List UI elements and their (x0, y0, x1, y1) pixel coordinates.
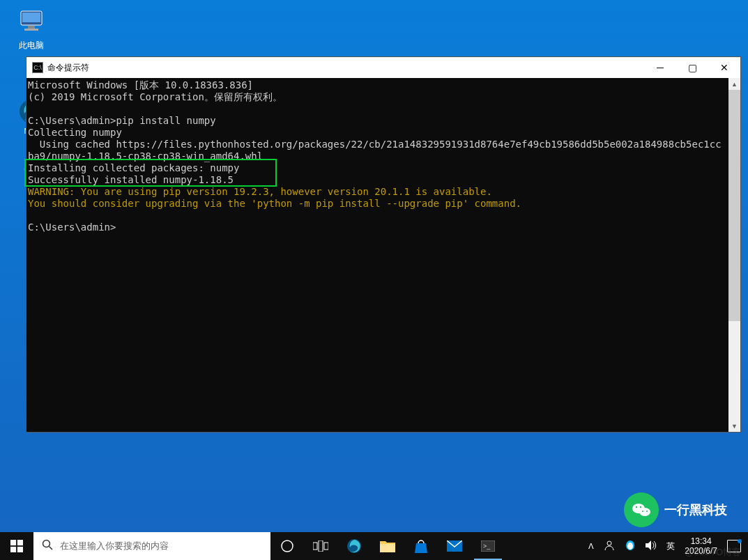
search-input[interactable]: 在这里输入你要搜索的内容 (33, 532, 270, 560)
svg-rect-15 (324, 543, 328, 550)
cmd-icon: C:\ (32, 62, 43, 73)
task-view-icon[interactable] (304, 532, 337, 560)
svg-rect-1 (22, 13, 40, 22)
search-placeholder: 在这里输入你要搜索的内容 (60, 540, 169, 552)
minimize-button[interactable]: ─ (644, 57, 676, 78)
taskbar-app-edge[interactable] (337, 532, 371, 560)
terminal-warning: WARNING: You are using pip version 19.2.… (28, 186, 492, 197)
svg-rect-14 (319, 540, 323, 552)
svg-point-29 (646, 511, 648, 512)
svg-point-27 (640, 506, 641, 508)
taskbar-app-explorer[interactable] (371, 532, 404, 560)
overlay-brand-text: 一行黑科技 (664, 501, 727, 518)
svg-rect-17 (380, 544, 395, 552)
svg-point-10 (43, 540, 50, 547)
svg-rect-8 (10, 547, 16, 552)
terminal-prompt: C:\Users\admin>pip install numpy (28, 115, 216, 126)
svg-rect-7 (17, 540, 23, 545)
svg-point-12 (282, 540, 293, 552)
svg-line-11 (49, 547, 53, 550)
tray-chevron-icon[interactable]: ᐱ (588, 542, 594, 551)
terminal-line: (c) 2019 Microsoft Corporation。保留所有权利。 (28, 91, 282, 102)
search-icon (42, 539, 53, 553)
svg-rect-6 (10, 540, 16, 545)
wechat-icon (624, 492, 659, 527)
overlay-brand: 一行黑科技 (624, 492, 727, 527)
terminal-prompt: C:\Users\admin> (28, 221, 116, 233)
start-button[interactable] (0, 532, 33, 560)
svg-point-21 (607, 541, 611, 545)
terminal-line: Microsoft Windows [版本 10.0.18363.836] (28, 79, 253, 91)
terminal-line: Using cached https://files.pythonhosted.… (28, 139, 722, 162)
vertical-scrollbar[interactable]: ▲ ▼ (728, 78, 740, 432)
watermark: @51CTO博客 (685, 546, 741, 559)
svg-rect-9 (17, 547, 23, 552)
svg-point-23 (627, 543, 633, 550)
svg-point-25 (639, 508, 650, 516)
scroll-up-icon[interactable]: ▲ (728, 78, 740, 90)
close-button[interactable]: ✕ (708, 57, 740, 78)
qq-icon[interactable] (625, 540, 636, 553)
volume-icon[interactable] (646, 540, 657, 552)
terminal-warning: You should consider upgrading via the 'p… (28, 198, 521, 209)
desktop-icon-label: 此电脑 (10, 40, 52, 52)
title-bar[interactable]: C:\ 命令提示符 ─ ▢ ✕ (26, 57, 740, 78)
tray-people-icon[interactable] (604, 540, 615, 553)
desktop-icon-this-pc[interactable]: 此电脑 (10, 7, 52, 52)
ime-indicator[interactable]: 英 (666, 540, 675, 552)
svg-rect-2 (28, 26, 35, 29)
svg-text:>_: >_ (483, 543, 491, 550)
maximize-button[interactable]: ▢ (676, 57, 708, 78)
window-title: 命令提示符 (47, 62, 644, 74)
svg-point-28 (642, 511, 643, 512)
terminal-line: Successfully installed numpy-1.18.5 (28, 174, 234, 185)
scroll-down-icon[interactable]: ▼ (728, 420, 740, 432)
scrollbar-thumb[interactable] (728, 90, 740, 321)
terminal-line: Installing collected packages: numpy (28, 162, 239, 173)
svg-rect-13 (313, 543, 317, 550)
tray-time: 13:34 (685, 536, 717, 546)
svg-point-26 (636, 506, 637, 508)
terminal-body: Microsoft Windows [版本 10.0.18363.836] (c… (26, 78, 740, 432)
taskbar-app-cmd[interactable]: >_ (471, 532, 505, 560)
cmd-window: C:\ 命令提示符 ─ ▢ ✕ Microsoft Windows [版本 10… (26, 56, 741, 433)
taskbar-app-store[interactable] (404, 532, 438, 560)
taskbar: 在这里输入你要搜索的内容 >_ ᐱ 英 13:34 2020/6/7 (0, 532, 748, 560)
cortana-icon[interactable] (270, 532, 304, 560)
taskbar-app-mail[interactable] (438, 532, 471, 560)
svg-rect-3 (24, 29, 38, 31)
terminal-line: Collecting numpy (28, 127, 122, 138)
terminal-content[interactable]: Microsoft Windows [版本 10.0.18363.836] (c… (26, 78, 728, 432)
